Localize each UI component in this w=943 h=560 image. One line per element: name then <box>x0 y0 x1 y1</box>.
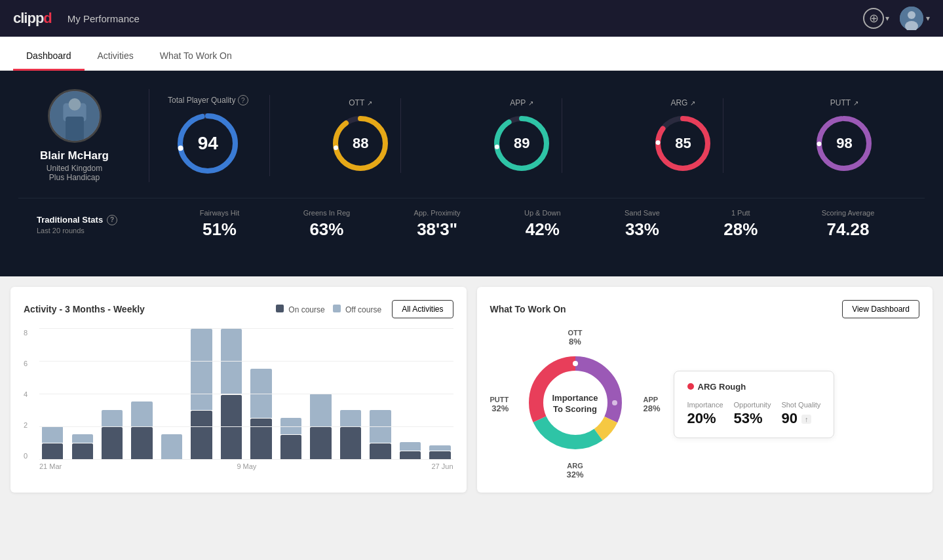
importance-metric: Importance 20% <box>687 401 723 427</box>
stat-greens-in-reg: Greens In Reg 63% <box>303 209 351 240</box>
svg-rect-6 <box>66 117 84 141</box>
bar-group-5 <box>188 329 214 460</box>
svg-point-26 <box>573 361 578 366</box>
activity-panel-header: Activity - 3 Months - Weekly On course O… <box>24 300 453 318</box>
donut-panel: OTT8% APP28% ARG32% PUTT32% <box>490 329 920 479</box>
player-name: Blair McHarg <box>40 149 109 162</box>
stats-items: Fairways Hit 51% Greens In Reg 63% App. … <box>168 209 906 240</box>
bar-group-0 <box>39 329 66 460</box>
app-label: APP ↗ <box>510 98 533 107</box>
legend-on: On course <box>276 305 325 314</box>
bar-on-11 <box>370 443 391 460</box>
info-metrics: Importance 20% Opportunity 53% Shot Qual… <box>687 401 821 427</box>
importance-label: Importance <box>687 401 723 409</box>
user-avatar[interactable] <box>900 7 923 30</box>
add-circle-icon[interactable]: ⊕ <box>863 8 884 29</box>
updown-label: Up & Down <box>524 209 561 217</box>
bar-group-13 <box>427 329 453 460</box>
putt-circle: 98 <box>815 114 874 173</box>
total-quality-help-icon[interactable]: ? <box>238 95 248 105</box>
gridline-4 <box>39 394 453 394</box>
shot-quality-metric: Shot Quality 90 ↑ <box>781 401 820 427</box>
player-country: United Kingdom <box>47 164 102 173</box>
bar-group-7 <box>248 329 274 460</box>
add-button[interactable]: ⊕ ▾ <box>863 8 889 29</box>
bar-on-0 <box>42 443 63 460</box>
chart-area: 21 Mar 9 May 27 Jun <box>39 329 453 470</box>
score-item-app: APP ↗ 89 <box>482 98 562 173</box>
bar-off-3 <box>131 401 152 426</box>
scoring-value: 74.28 <box>826 219 869 240</box>
bar-off-2 <box>102 410 123 426</box>
score-item-ott: OTT ↗ 88 <box>320 98 401 173</box>
arg-donut-label: ARG32% <box>566 462 583 479</box>
stat-up-down: Up & Down 42% <box>524 209 561 240</box>
putt-value: 98 <box>836 135 852 152</box>
stat-1-putt: 1 Putt 28% <box>723 209 758 240</box>
gridline-6 <box>39 361 453 362</box>
sandsave-value: 33% <box>625 219 659 240</box>
score-item-putt: PUTT ↗ 98 <box>804 98 884 173</box>
opportunity-label: Opportunity <box>734 401 771 409</box>
bar-group-8 <box>278 329 304 460</box>
bar-off-10 <box>340 410 361 426</box>
tab-dashboard[interactable]: Dashboard <box>13 41 85 71</box>
what-to-work-on-panel: What To Work On View Dashboard OTT8% APP… <box>477 287 933 493</box>
add-chevron-icon: ▾ <box>885 14 889 23</box>
ott-label: OTT ↗ <box>349 98 372 107</box>
bar-group-6 <box>218 329 244 460</box>
player-avatar <box>48 89 102 143</box>
logo-clip: clipp <box>13 10 43 26</box>
stat-sand-save: Sand Save 33% <box>625 209 660 240</box>
bar-on-8 <box>280 435 301 460</box>
bar-off-1 <box>72 434 93 443</box>
fairways-label: Fairways Hit <box>200 209 240 217</box>
y-label-8: 8 <box>24 329 31 337</box>
bar-group-11 <box>367 329 393 460</box>
importance-value: 20% <box>687 410 723 427</box>
app-value: 89 <box>514 135 529 152</box>
svg-point-27 <box>612 400 617 405</box>
bar-on-3 <box>131 427 152 460</box>
greens-value: 63% <box>309 219 343 240</box>
tab-what-to-work-on[interactable]: What To Work On <box>147 41 245 71</box>
user-menu[interactable]: ▾ <box>900 7 930 30</box>
sandsave-label: Sand Save <box>625 209 660 217</box>
updown-value: 42% <box>526 219 560 240</box>
gridline-8 <box>39 328 453 329</box>
ott-arrow-icon: ↗ <box>367 100 372 107</box>
fairways-value: 51% <box>202 219 237 240</box>
bar-off-0 <box>42 426 63 443</box>
player-handicap: Plus Handicap <box>49 173 100 182</box>
bar-chart-wrapper: 0 2 4 6 8 21 Mar 9 May 27 Jun <box>24 329 453 470</box>
total-score-value: 94 <box>198 133 218 154</box>
stat-fairways-hit: Fairways Hit 51% <box>200 209 240 240</box>
all-activities-button[interactable]: All Activities <box>392 300 453 318</box>
oneputt-value: 28% <box>723 219 758 240</box>
on-course-dot <box>276 305 284 312</box>
arg-rough-title: ARG Rough <box>687 382 821 392</box>
chart-controls: On course Off course All Activities <box>276 300 453 318</box>
logo: clippd My Performance <box>13 10 140 27</box>
shot-quality-value: 90 <box>781 410 797 427</box>
logo-pd: d <box>43 10 51 26</box>
logo-text: clippd <box>13 10 52 27</box>
hero-section: Blair McHarg United Kingdom Plus Handica… <box>0 71 943 276</box>
svg-point-1 <box>908 11 915 19</box>
view-dashboard-button[interactable]: View Dashboard <box>842 300 919 318</box>
gridline-2 <box>39 426 453 427</box>
oneputt-label: 1 Putt <box>731 209 750 217</box>
score-total: Total Player Quality ? 94 <box>168 95 270 176</box>
bar-off-4 <box>161 434 182 459</box>
arg-rough-info-card: ARG Rough Importance 20% Opportunity 53%… <box>674 371 835 438</box>
stats-help-icon[interactable]: ? <box>107 215 117 225</box>
x-label-jun: 27 Jun <box>431 462 453 470</box>
tabs-bar: Dashboard Activities What To Work On <box>0 37 943 71</box>
arg-arrow-icon: ↗ <box>690 100 695 107</box>
stat-app-proximity: App. Proximity 38'3" <box>414 209 461 240</box>
tab-activities[interactable]: Activities <box>85 41 147 71</box>
app-arrow-icon: ↗ <box>528 100 533 107</box>
stats-sublabel: Last 20 rounds <box>37 227 149 234</box>
proximity-label: App. Proximity <box>414 209 461 217</box>
bar-off-9 <box>310 394 331 426</box>
